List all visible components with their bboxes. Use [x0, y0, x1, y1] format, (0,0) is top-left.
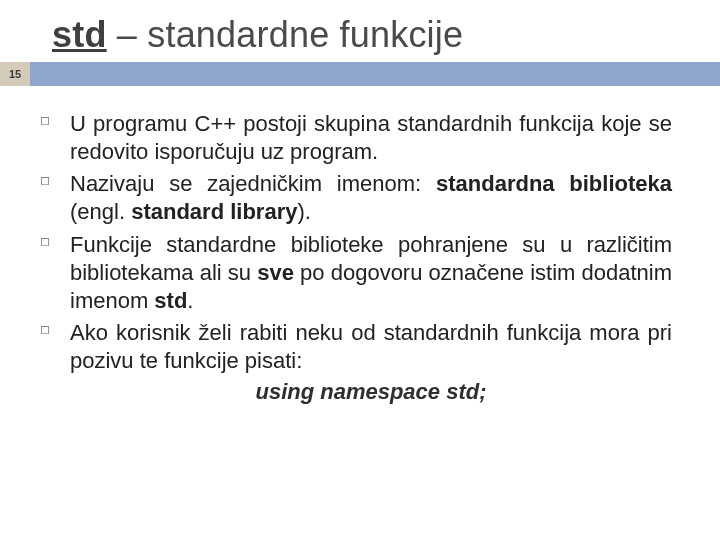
title-prefix: std	[52, 14, 107, 55]
list-item: Nazivaju se zajedničkim imenom: standard…	[70, 170, 672, 226]
list-item: Funkcije standardne biblioteke pohranjen…	[70, 231, 672, 315]
title-rest: – standardne funkcije	[107, 14, 464, 55]
header-band: 15	[0, 62, 720, 86]
slide-number-badge: 15	[0, 62, 30, 86]
slide-title: std – standardne funkcije	[0, 0, 720, 62]
code-line: using namespace std;	[70, 379, 672, 405]
list-item: Ako korisnik želi rabiti neku od standar…	[70, 319, 672, 375]
header-bar	[30, 62, 720, 86]
slide-content: U programu C++ postoji skupina standardn…	[0, 86, 720, 405]
bullet-list: U programu C++ postoji skupina standardn…	[70, 110, 672, 375]
list-item: U programu C++ postoji skupina standardn…	[70, 110, 672, 166]
slide: std – standardne funkcije 15 U programu …	[0, 0, 720, 540]
